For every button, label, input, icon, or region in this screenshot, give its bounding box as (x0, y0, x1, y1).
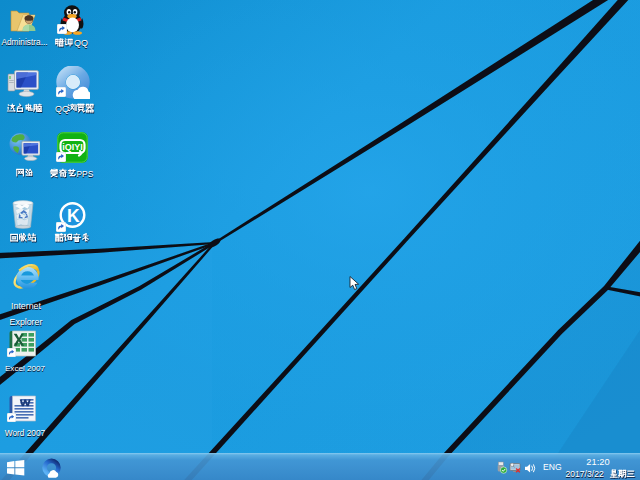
svg-text:2017/3/22: 2017/3/22 (566, 469, 604, 479)
